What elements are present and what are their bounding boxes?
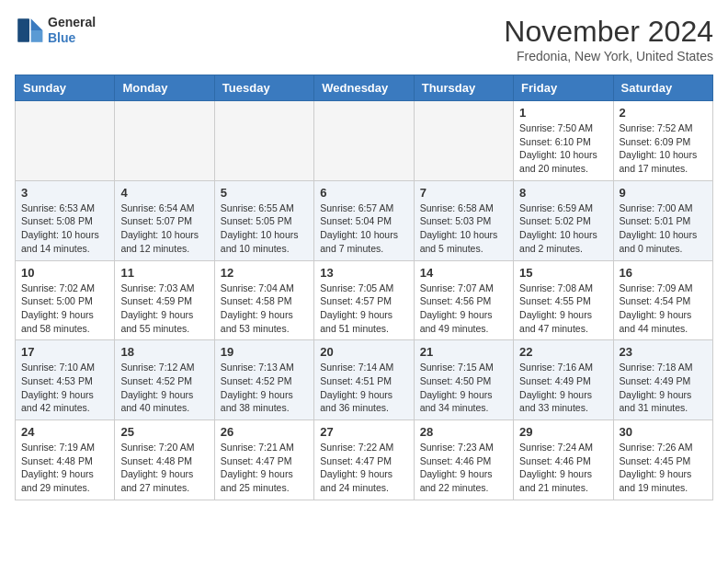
calendar-cell: 28Sunrise: 7:23 AM Sunset: 4:46 PM Dayli… — [414, 420, 513, 500]
calendar-cell: 21Sunrise: 7:15 AM Sunset: 4:50 PM Dayli… — [414, 340, 513, 420]
weekday-header-monday: Monday — [115, 75, 214, 101]
location: Fredonia, New York, United States — [504, 49, 713, 63]
calendar-cell: 9Sunrise: 7:00 AM Sunset: 5:01 PM Daylig… — [613, 180, 712, 260]
calendar: SundayMondayTuesdayWednesdayThursdayFrid… — [15, 75, 713, 500]
day-info: Sunrise: 7:13 AM Sunset: 4:52 PM Dayligh… — [221, 361, 308, 415]
day-number: 17 — [21, 345, 108, 359]
day-info: Sunrise: 6:55 AM Sunset: 5:05 PM Dayligh… — [221, 201, 308, 256]
calendar-cell: 12Sunrise: 7:04 AM Sunset: 4:58 PM Dayli… — [214, 260, 313, 340]
day-info: Sunrise: 7:23 AM Sunset: 4:46 PM Dayligh… — [420, 441, 507, 495]
title-block: November 2024 Fredonia, New York, United… — [504, 15, 713, 63]
day-number: 23 — [620, 345, 707, 359]
calendar-cell: 4Sunrise: 6:54 AM Sunset: 5:07 PM Daylig… — [115, 180, 214, 260]
day-number: 19 — [221, 345, 308, 359]
day-info: Sunrise: 7:08 AM Sunset: 4:55 PM Dayligh… — [519, 282, 607, 336]
calendar-cell: 18Sunrise: 7:12 AM Sunset: 4:52 PM Dayli… — [115, 340, 214, 420]
calendar-week-1: 1Sunrise: 7:50 AM Sunset: 6:10 PM Daylig… — [16, 101, 713, 181]
day-number: 16 — [620, 266, 707, 280]
day-number: 13 — [320, 266, 407, 280]
calendar-cell: 17Sunrise: 7:10 AM Sunset: 4:53 PM Dayli… — [16, 340, 115, 420]
calendar-cell: 25Sunrise: 7:20 AM Sunset: 4:48 PM Dayli… — [115, 420, 214, 500]
logo-text: General Blue — [48, 15, 96, 46]
day-number: 10 — [21, 266, 108, 280]
calendar-cell — [314, 101, 414, 181]
day-info: Sunrise: 7:18 AM Sunset: 4:49 PM Dayligh… — [620, 361, 707, 415]
day-info: Sunrise: 6:53 AM Sunset: 5:08 PM Dayligh… — [21, 201, 108, 256]
weekday-header-tuesday: Tuesday — [214, 75, 313, 101]
day-info: Sunrise: 6:54 AM Sunset: 5:07 PM Dayligh… — [120, 201, 208, 256]
day-info: Sunrise: 7:16 AM Sunset: 4:49 PM Dayligh… — [519, 361, 607, 415]
weekday-header-sunday: Sunday — [16, 75, 115, 101]
day-number: 30 — [620, 425, 707, 439]
day-info: Sunrise: 7:03 AM Sunset: 4:59 PM Dayligh… — [120, 282, 208, 336]
day-info: Sunrise: 6:57 AM Sunset: 5:04 PM Dayligh… — [320, 201, 407, 256]
calendar-cell: 26Sunrise: 7:21 AM Sunset: 4:47 PM Dayli… — [214, 420, 313, 500]
calendar-cell: 16Sunrise: 7:09 AM Sunset: 4:54 PM Dayli… — [613, 260, 712, 340]
svg-marker-1 — [31, 30, 43, 42]
calendar-cell: 20Sunrise: 7:14 AM Sunset: 4:51 PM Dayli… — [314, 340, 414, 420]
day-info: Sunrise: 7:05 AM Sunset: 4:57 PM Dayligh… — [320, 282, 407, 336]
day-info: Sunrise: 7:00 AM Sunset: 5:01 PM Dayligh… — [620, 201, 707, 256]
calendar-week-5: 24Sunrise: 7:19 AM Sunset: 4:48 PM Dayli… — [16, 420, 713, 500]
calendar-cell — [414, 101, 513, 181]
page-header: General Blue November 2024 Fredonia, New… — [15, 15, 713, 63]
weekday-header-friday: Friday — [514, 75, 613, 101]
calendar-week-3: 10Sunrise: 7:02 AM Sunset: 5:00 PM Dayli… — [16, 260, 713, 340]
day-number: 25 — [120, 425, 208, 439]
day-number: 15 — [519, 266, 607, 280]
logo-icon — [15, 16, 44, 45]
day-number: 29 — [519, 425, 607, 439]
calendar-week-4: 17Sunrise: 7:10 AM Sunset: 4:53 PM Dayli… — [16, 340, 713, 420]
day-info: Sunrise: 7:22 AM Sunset: 4:47 PM Dayligh… — [320, 441, 407, 495]
day-number: 20 — [320, 345, 407, 359]
calendar-cell: 13Sunrise: 7:05 AM Sunset: 4:57 PM Dayli… — [314, 260, 414, 340]
calendar-cell: 23Sunrise: 7:18 AM Sunset: 4:49 PM Dayli… — [613, 340, 712, 420]
day-number: 21 — [420, 345, 507, 359]
weekday-header-saturday: Saturday — [613, 75, 712, 101]
day-number: 27 — [320, 425, 407, 439]
day-info: Sunrise: 6:58 AM Sunset: 5:03 PM Dayligh… — [420, 201, 507, 256]
day-info: Sunrise: 7:50 AM Sunset: 6:10 PM Dayligh… — [519, 121, 607, 176]
day-number: 3 — [21, 186, 108, 200]
day-number: 2 — [620, 106, 707, 120]
day-info: Sunrise: 7:12 AM Sunset: 4:52 PM Dayligh… — [120, 361, 208, 415]
day-number: 5 — [221, 186, 308, 200]
day-info: Sunrise: 7:21 AM Sunset: 4:47 PM Dayligh… — [221, 441, 308, 495]
calendar-cell: 30Sunrise: 7:26 AM Sunset: 4:45 PM Dayli… — [613, 420, 712, 500]
weekday-header-wednesday: Wednesday — [314, 75, 414, 101]
day-info: Sunrise: 7:07 AM Sunset: 4:56 PM Dayligh… — [420, 282, 507, 336]
day-info: Sunrise: 7:19 AM Sunset: 4:48 PM Dayligh… — [21, 441, 108, 495]
day-info: Sunrise: 7:24 AM Sunset: 4:46 PM Dayligh… — [519, 441, 607, 495]
month-title: November 2024 — [504, 15, 713, 49]
day-info: Sunrise: 7:20 AM Sunset: 4:48 PM Dayligh… — [120, 441, 208, 495]
day-number: 9 — [620, 186, 707, 200]
day-info: Sunrise: 7:15 AM Sunset: 4:50 PM Dayligh… — [420, 361, 507, 415]
weekday-header-row: SundayMondayTuesdayWednesdayThursdayFrid… — [16, 75, 713, 101]
day-number: 24 — [21, 425, 108, 439]
calendar-cell: 29Sunrise: 7:24 AM Sunset: 4:46 PM Dayli… — [514, 420, 613, 500]
calendar-cell: 27Sunrise: 7:22 AM Sunset: 4:47 PM Dayli… — [314, 420, 414, 500]
calendar-cell: 6Sunrise: 6:57 AM Sunset: 5:04 PM Daylig… — [314, 180, 414, 260]
day-number: 14 — [420, 266, 507, 280]
weekday-header-thursday: Thursday — [414, 75, 513, 101]
day-number: 12 — [221, 266, 308, 280]
calendar-cell — [16, 101, 115, 181]
calendar-cell: 14Sunrise: 7:07 AM Sunset: 4:56 PM Dayli… — [414, 260, 513, 340]
calendar-cell: 8Sunrise: 6:59 AM Sunset: 5:02 PM Daylig… — [514, 180, 613, 260]
calendar-cell: 22Sunrise: 7:16 AM Sunset: 4:49 PM Dayli… — [514, 340, 613, 420]
svg-rect-2 — [17, 18, 29, 42]
day-number: 1 — [519, 106, 607, 120]
day-info: Sunrise: 7:09 AM Sunset: 4:54 PM Dayligh… — [620, 282, 707, 336]
calendar-cell: 19Sunrise: 7:13 AM Sunset: 4:52 PM Dayli… — [214, 340, 313, 420]
calendar-cell: 24Sunrise: 7:19 AM Sunset: 4:48 PM Dayli… — [16, 420, 115, 500]
day-number: 28 — [420, 425, 507, 439]
day-number: 18 — [120, 345, 208, 359]
day-number: 22 — [519, 345, 607, 359]
day-number: 11 — [120, 266, 208, 280]
calendar-cell: 3Sunrise: 6:53 AM Sunset: 5:08 PM Daylig… — [16, 180, 115, 260]
calendar-cell: 1Sunrise: 7:50 AM Sunset: 6:10 PM Daylig… — [514, 101, 613, 181]
calendar-cell: 10Sunrise: 7:02 AM Sunset: 5:00 PM Dayli… — [16, 260, 115, 340]
day-info: Sunrise: 7:14 AM Sunset: 4:51 PM Dayligh… — [320, 361, 407, 415]
day-info: Sunrise: 7:10 AM Sunset: 4:53 PM Dayligh… — [21, 361, 108, 415]
calendar-cell: 5Sunrise: 6:55 AM Sunset: 5:05 PM Daylig… — [214, 180, 313, 260]
